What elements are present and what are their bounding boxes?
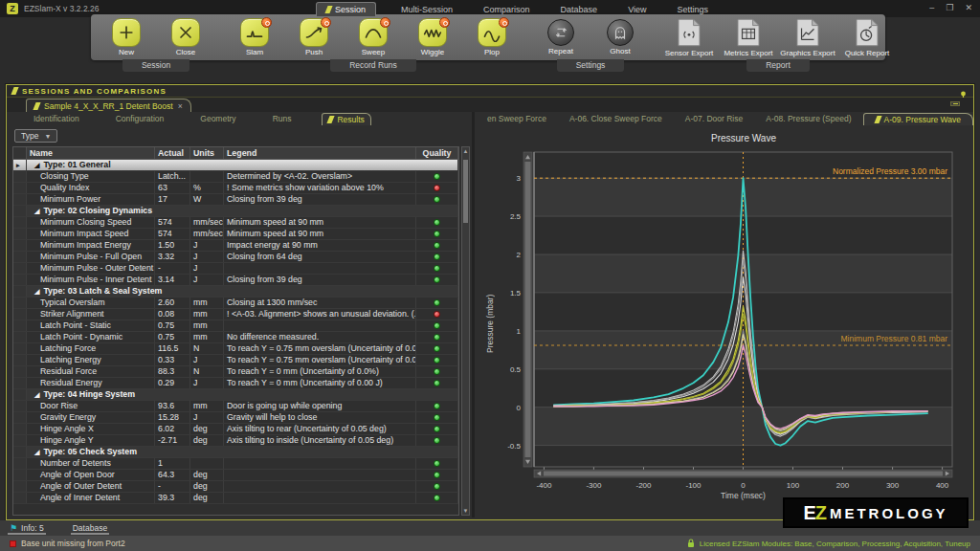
ribbon-button-ghost[interactable]: Ghost [590,16,650,58]
ribbon-button-slam[interactable]: Slam [225,16,284,58]
table-row-residual-force[interactable]: Residual Force88.3NTo reach Y = 0 mm (Un… [13,366,458,378]
chart-tab-a-06-close-sweep-force[interactable]: A-06. Close Sweep Force [558,113,674,124]
group-row-type-01-general[interactable]: ▸◢Type: 01 General [13,160,458,171]
tab-geometry[interactable]: Geometry [194,113,241,124]
status-tab-info-5[interactable]: ⚑Info: 5 [8,520,46,536]
menu-tab-view[interactable]: View [622,3,652,16]
ribbon-button-close[interactable]: Close [156,16,215,58]
ribbon-button-new[interactable]: New [97,16,156,58]
ribbon-button-push[interactable]: Push [284,16,344,58]
ribbon-button-plop[interactable]: Plop [462,16,522,58]
expander-icon[interactable]: ◢ [34,162,39,168]
chart-pane: en Sweep ForceA-06. Close Sweep ForceA-0… [476,112,973,518]
column-header-quality[interactable]: Quality [416,147,458,159]
table-row-minimum-power[interactable]: Minimum Power17WClosing from 39 deg [13,194,458,206]
table-row-latching-energy[interactable]: Latching Energy0.33JTo reach Y = 0.75 mm… [13,355,458,366]
tab-configuration[interactable]: Configuration [110,113,170,124]
ribbon-button-sensor-export[interactable]: Sensor Export [659,16,719,58]
menu-tab-comparison[interactable]: Comparison [478,3,536,16]
table-row-gravity-energy[interactable]: Gravity Energy15.28JGravity will help to… [13,412,458,424]
cell-actual: 63 [155,183,190,193]
table-row-hinge-angle-x[interactable]: Hinge Angle X6.02degAxis tilting to rear… [13,424,458,435]
cell-units: deg [190,470,224,480]
collapse-button[interactable] [950,101,960,106]
expander-icon[interactable]: ◢ [34,208,39,214]
ribbon-button-repeat[interactable]: Repeat [531,16,590,58]
expander-icon[interactable]: ◢ [34,391,39,398]
table-row-latch-point-static[interactable]: Latch Point - Static0.75mm [13,320,458,332]
expander-icon[interactable]: ◢ [34,449,39,455]
scroll-up-icon[interactable]: ▲ [462,148,469,154]
table-row-minimum-impact-energy[interactable]: Minimum Impact Energy1.50JImpact energy … [13,240,458,252]
svg-text:0.5: 0.5 [510,365,522,374]
column-header-actual[interactable]: Actual [155,147,190,159]
table-row-residual-energy[interactable]: Residual Energy0.29JTo reach Y = 0 mm (U… [13,378,458,389]
ribbon-button-metrics-export[interactable]: Metrics Export [719,16,778,58]
tab-runs[interactable]: Runs [267,113,298,124]
column-header-units[interactable]: Units [190,147,224,159]
ribbon-button-wiggle[interactable]: Wiggle [403,16,462,58]
ribbon-button-graphics-export[interactable]: Graphics Export [778,16,837,58]
table-row-striker-alignment[interactable]: Striker Alignment0.08mm! <A-03. Alignmen… [13,309,458,320]
table-row-latch-point-dynamic[interactable]: Latch Point - Dynamic0.75mmNo difference… [13,332,458,343]
ribbon-button-quick-report[interactable]: Quick Report [837,16,897,58]
chart-tab-en-sweep-force[interactable]: en Sweep Force [476,113,558,124]
group-row-type-02-closing-dynamics[interactable]: ◢Type: 02 Closing Dynamics [13,206,458,217]
quality-green-dot-icon [434,231,440,237]
table-row-door-rise[interactable]: Door Rise93.6mmDoor is going up while op… [13,401,458,412]
cell-quality [416,263,458,274]
close-window-icon[interactable]: ✕ [965,2,972,14]
table-row-angle-of-outer-detent[interactable]: Angle of Outer Detent-deg [13,481,458,493]
table-row-minimum-closing-speed[interactable]: Minimum Closing Speed574mm/secMinimum sp… [13,217,458,229]
column-header-legend[interactable]: Legend [224,147,416,159]
group-row-type-03-latch-seal-system[interactable]: ◢Type: 03 Latch & Seal System [13,286,458,298]
table-row-minimum-impact-speed[interactable]: Minimum Impact Speed574mm/secMinimum spe… [13,229,458,240]
type-filter-button[interactable]: Type ▼ [14,129,57,143]
group-row-type-05-check-system[interactable]: ◢Type: 05 Check System [13,447,458,458]
status-tab-database[interactable]: Database [71,520,109,536]
cell-actual: 6.02 [155,424,190,434]
close-tab-icon[interactable]: × [178,101,183,111]
table-row-angle-of-open-door[interactable]: Angle of Open Door64.3deg [13,470,458,481]
session-tab[interactable]: Sample 4_X_X_RR_1 Detent Boost × [26,99,191,112]
minimize-window-icon[interactable]: – [929,2,934,14]
table-row-minimum-pulse-outer-detent[interactable]: Minimum Pulse - Outer Detent-J [13,263,458,275]
cell-name: Gravity Energy [27,412,155,423]
table-row-latching-force[interactable]: Latching Force116.5NTo reach Y = 0.75 mm… [13,343,458,355]
menu-tab-settings[interactable]: Settings [671,3,714,16]
table-row-angle-of-inner-detent[interactable]: Angle of Inner Detent39.3deg [13,493,458,504]
scroll-down-icon[interactable]: ▼ [462,508,469,514]
chart-horizontal-scrollbar[interactable] [534,470,952,477]
menu-tab-multi-session[interactable]: Multi-Session [395,3,458,16]
table-row-closing-type[interactable]: Closing TypeLatch...Determined by <A-02.… [13,171,458,183]
expander-icon[interactable]: ◢ [34,288,39,295]
maximize-window-icon[interactable]: ❐ [946,2,953,14]
ribbon-button-sweep[interactable]: Sweep [344,16,403,58]
chart-vertical-scrollbar[interactable] [523,152,532,467]
group-row-type-04-hinge-system[interactable]: ◢Type: 04 Hinge System [13,389,458,401]
tab-results[interactable]: Results [322,113,370,125]
record-badge-icon [439,17,450,28]
menu-tab-session[interactable]: Session [316,2,376,16]
ribbon-button-label: Push [305,48,323,56]
tab-identification[interactable]: Identification [28,113,85,124]
chart-tab-a-08-pressure-speed[interactable]: A-08. Pressure (Speed) [754,113,862,124]
pane-splitter[interactable] [472,112,475,518]
chart-tab-a-07-door-rise[interactable]: A-07. Door Rise [674,113,754,124]
lock-icon [687,539,695,548]
table-row-hinge-angle-y[interactable]: Hinge Angle Y-2.71degAxis tilting to ins… [13,435,458,447]
svg-text:300: 300 [886,481,900,490]
table-row-quality-index[interactable]: Quality Index63%! Some metrics show vari… [13,183,458,194]
results-scrollbar[interactable]: ▲ ▼ [461,146,470,516]
chart-tab-a-09-pressure-wave[interactable]: A-09. Pressure Wave [863,113,973,125]
row-gutter [13,447,27,457]
table-row-minimum-pulse-full-open[interactable]: Minimum Pulse - Full Open3.32JClosing fr… [13,252,458,263]
table-row-minimum-pulse-inner-detent[interactable]: Minimum Pulse - Inner Detent3.14JClosing… [13,275,458,286]
column-header-name[interactable]: Name [27,147,155,159]
table-row-number-of-detents[interactable]: Number of Detents1 [13,458,458,470]
menu-tab-database[interactable]: Database [555,3,604,16]
cell-name: Hinge Angle X [27,424,155,434]
table-row-typical-overslam[interactable]: Typical Overslam2.60mmClosing at 1300 mm… [13,298,458,309]
scrollbar-thumb[interactable] [463,160,468,223]
cell-units: J [190,412,224,423]
